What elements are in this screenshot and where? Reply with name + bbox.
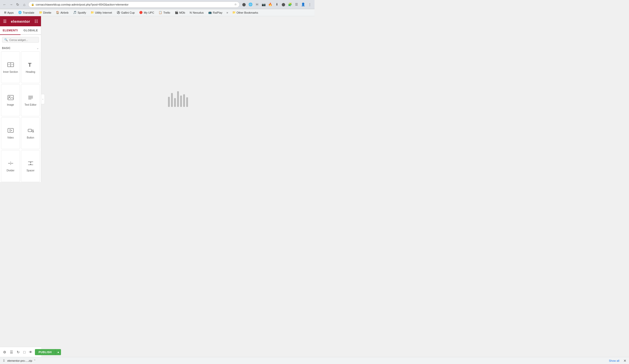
more-bookmarks-button[interactable]: »: [225, 10, 230, 15]
search-input[interactable]: [9, 38, 37, 41]
widget-button[interactable]: Button: [21, 117, 40, 149]
loading-bar-2: [171, 93, 173, 107]
extension-1[interactable]: ⬤: [241, 2, 247, 7]
home-button[interactable]: ⌂: [22, 2, 27, 7]
extension-5[interactable]: 🔥: [267, 2, 273, 7]
svg-marker-12: [10, 129, 12, 131]
avatar[interactable]: 👤: [300, 2, 306, 7]
bookmark-gallini[interactable]: ⚽ Gallini Cup: [115, 10, 137, 15]
video-icon: [7, 127, 14, 135]
extension-3[interactable]: H: [254, 2, 260, 7]
svg-marker-19: [10, 162, 11, 162]
forward-button[interactable]: →: [9, 2, 14, 7]
bookmark-dirette-label: Dirette: [43, 11, 51, 14]
tab-globale[interactable]: GLOBALE: [20, 26, 41, 35]
bookmark-myupc-label: My UPC: [144, 11, 154, 14]
widget-text-editor[interactable]: Text Editor: [21, 84, 40, 116]
widget-divider[interactable]: Divider: [1, 150, 20, 182]
bookmark-translate[interactable]: 🌐 Translate: [16, 10, 36, 15]
gallini-icon: ⚽: [117, 11, 120, 14]
divider-icon: [7, 160, 14, 168]
widget-video-label: Video: [7, 136, 14, 139]
widget-image-label: Image: [7, 103, 14, 106]
bookmark-translate-label: Translate: [23, 11, 34, 14]
extension-6[interactable]: ⬇: [274, 2, 280, 7]
raiplay-icon: 📺: [208, 11, 212, 14]
bookmark-spotify[interactable]: 🎵 Spotify: [71, 10, 88, 15]
myupc-icon: 🔴: [139, 11, 143, 14]
spacer-icon: [27, 160, 34, 168]
bookmark-dirette[interactable]: 📁 Dirette: [37, 10, 53, 15]
bookmark-utility[interactable]: 📁 Utility Internet: [89, 10, 114, 15]
widget-video[interactable]: Video: [1, 117, 20, 149]
nexudus-icon: N: [190, 11, 192, 14]
airbnb-icon: 🏠: [56, 11, 59, 14]
extension-4[interactable]: 📷: [261, 2, 266, 7]
sidebar-tabs: ELEMENTI GLOBALE: [0, 26, 41, 35]
extension-9[interactable]: ☰: [294, 2, 299, 7]
bookmark-raiplay[interactable]: 📺 RaiPlay: [206, 10, 224, 15]
bookmark-myupc[interactable]: 🔴 My UPC: [137, 10, 156, 15]
bookmark-apps[interactable]: ⊞ Apps: [2, 10, 16, 15]
heading-icon: T: [27, 61, 34, 69]
other-bookmarks-label: Other Bookmarks: [237, 11, 258, 14]
apps-icon: ⊞: [4, 11, 6, 14]
bookmark-airbnb[interactable]: 🏠 Airbnb: [54, 10, 71, 15]
svg-text:T: T: [28, 62, 32, 68]
bookmark-raiplay-label: RaiPlay: [213, 11, 222, 14]
widget-button-label: Button: [27, 136, 34, 139]
bookmarks-bar: ⊞ Apps 🌐 Translate 📁 Dirette 🏠 Airbnb 🎵 …: [0, 9, 314, 16]
folder-dirette-icon: 📁: [39, 11, 43, 14]
apps-grid-button[interactable]: ☷: [34, 19, 38, 24]
loading-bar-1: [168, 97, 170, 107]
widget-spacer[interactable]: Spacer: [21, 150, 40, 182]
search-container: 🔍: [0, 35, 41, 45]
bookmark-gallini-label: Gallini Cup: [121, 11, 135, 14]
image-icon: [7, 94, 14, 102]
loading-bar-4: [177, 91, 179, 107]
tab-elementi[interactable]: ELEMENTI: [0, 26, 20, 35]
menu-button[interactable]: ⋮: [307, 2, 312, 7]
section-label-text: BASIC: [2, 47, 11, 50]
folder-utility-icon: 📁: [91, 11, 94, 14]
widget-divider-label: Divider: [7, 169, 14, 172]
address-text: cornacchiaworldcup.com/wp-admin/post.php…: [36, 3, 233, 6]
bookmark-spotify-label: Spotify: [78, 11, 86, 14]
svg-rect-5: [8, 95, 13, 100]
other-bookmarks[interactable]: 📁 Other Bookmarks: [230, 10, 260, 15]
bookmark-trello[interactable]: 📋 Trello: [157, 10, 172, 15]
widget-inner-section[interactable]: Inner Section: [1, 51, 20, 83]
star-icon[interactable]: ☆: [234, 3, 237, 6]
search-icon: 🔍: [4, 38, 8, 41]
bookmark-nexudus[interactable]: N Nexudus: [188, 11, 206, 15]
section-chevron-icon[interactable]: ⌄: [36, 46, 39, 50]
back-button[interactable]: ←: [2, 2, 7, 7]
button-icon: [27, 127, 34, 135]
browser-chrome: ← → ↻ ⌂ 🔒 cornacchiaworldcup.com/wp-admi…: [0, 0, 314, 9]
loading-bar-5: [180, 96, 182, 107]
other-bookmarks-icon: 📁: [232, 11, 236, 14]
widget-image[interactable]: Image: [1, 84, 20, 116]
bookmark-apps-label: Apps: [7, 11, 14, 14]
widget-text-editor-label: Text Editor: [25, 103, 36, 106]
mdb-icon: 🎬: [175, 11, 178, 14]
spotify-icon: 🎵: [73, 11, 77, 14]
search-wrapper: 🔍: [2, 37, 39, 43]
svg-rect-11: [8, 128, 13, 132]
hamburger-button[interactable]: ☰: [3, 19, 7, 24]
bookmark-mdb[interactable]: 🎬 MDb: [173, 10, 187, 15]
svg-point-6: [9, 96, 10, 97]
widget-heading[interactable]: T Heading: [21, 51, 40, 83]
main-canvas: [41, 16, 314, 182]
collapse-handle[interactable]: ‹: [41, 94, 45, 104]
extension-7[interactable]: ⬤: [281, 2, 286, 7]
extension-2[interactable]: 🌐: [248, 2, 253, 7]
text-editor-icon: [27, 94, 34, 102]
extension-8[interactable]: 🧩: [287, 2, 293, 7]
address-bar[interactable]: 🔒 cornacchiaworldcup.com/wp-admin/post.p…: [28, 2, 240, 8]
sidebar-header: ☰ elementor ☷: [0, 16, 41, 26]
widget-grid: Inner Section T Heading: [0, 51, 41, 182]
elementor-logo: elementor: [11, 19, 30, 24]
reload-button[interactable]: ↻: [15, 2, 20, 7]
bookmark-mdb-label: MDb: [179, 11, 185, 14]
